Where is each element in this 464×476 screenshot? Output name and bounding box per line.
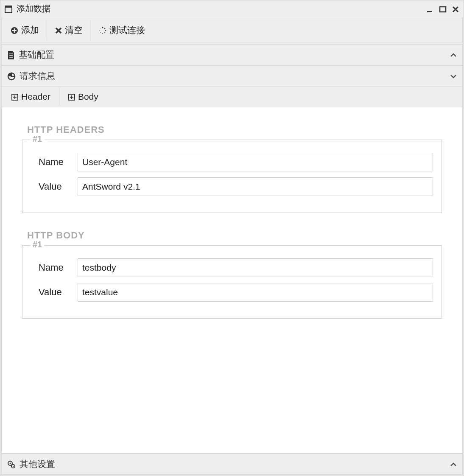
svg-point-13 [105,30,106,31]
clear-button[interactable]: 清空 [47,20,91,40]
svg-point-16 [100,32,101,33]
spinner-icon [98,25,107,35]
request-info-title: 请求信息 [20,70,450,82]
add-header-label: Header [21,92,50,102]
fieldset-legend: #1 [30,134,45,144]
form-row: Value [31,177,433,196]
content-area: HTTP HEADERS #1 Name Value HTTP BODY #1 [2,107,462,453]
svg-rect-3 [440,7,446,12]
close-icon [55,25,62,35]
main-toolbar: 添加 清空 测试连接 [1,18,463,42]
header-value-input[interactable] [78,177,433,196]
svg-point-11 [102,27,103,28]
value-label: Value [31,181,78,192]
svg-point-17 [99,30,100,31]
name-label: Name [31,262,78,273]
svg-point-29 [10,463,11,464]
plus-square-icon [68,92,75,102]
browser-icon [7,71,16,81]
add-header-button[interactable]: Header [3,87,59,106]
http-body-title: HTTP BODY [27,230,445,241]
fieldset-legend: #1 [30,240,45,249]
accordion-container: 基础配置 请求信息 Header [1,44,463,475]
svg-point-14 [104,32,106,34]
test-connection-button[interactable]: 测试连接 [91,20,153,40]
add-body-label: Body [78,92,98,102]
window-title: 添加数据 [17,3,426,14]
form-row: Value [31,283,433,302]
window-icon [5,4,12,14]
basic-config-header[interactable]: 基础配置 [1,44,463,65]
chevron-down-icon [450,71,457,81]
form-row: Name [31,153,433,171]
maximize-button[interactable] [439,3,447,14]
svg-point-31 [13,466,14,467]
svg-point-15 [102,33,103,34]
svg-rect-1 [5,6,12,8]
add-button[interactable]: 添加 [3,20,47,40]
chevron-up-icon [450,459,457,469]
add-body-button[interactable]: Body [59,87,107,106]
sub-toolbar: Header Body [2,87,462,107]
http-headers-title: HTTP HEADERS [27,124,445,135]
body-fieldset-1: #1 Name Value [22,245,442,319]
form-row: Name [31,258,433,277]
request-info-body: Header Body HTTP HEADERS #1 Name [1,87,463,454]
other-settings-title: 其他设置 [20,458,450,470]
headers-fieldset-1: #1 Name Value [22,140,442,213]
name-label: Name [31,157,78,168]
svg-point-18 [100,28,101,29]
body-value-input[interactable] [78,283,433,302]
body-name-input[interactable] [78,258,433,277]
window-controls [426,3,459,14]
gears-icon [7,459,16,469]
add-button-label: 添加 [21,24,39,36]
close-button[interactable] [452,3,459,14]
plus-square-icon [11,92,19,102]
minimize-button[interactable] [426,3,434,14]
chevron-up-icon [450,50,457,60]
request-info-header[interactable]: 请求信息 [1,65,463,87]
plus-circle-icon [10,25,19,35]
header-name-input[interactable] [78,153,433,171]
value-label: Value [31,287,78,298]
test-connection-label: 测试连接 [109,24,145,36]
window-root: 添加数据 添加 清空 [0,0,464,476]
other-settings-header[interactable]: 其他设置 [1,454,463,475]
svg-rect-2 [427,11,432,12]
basic-config-title: 基础配置 [19,49,450,61]
clear-button-label: 清空 [65,24,83,36]
titlebar: 添加数据 [0,0,464,17]
file-icon [7,50,15,60]
svg-point-12 [104,28,106,29]
